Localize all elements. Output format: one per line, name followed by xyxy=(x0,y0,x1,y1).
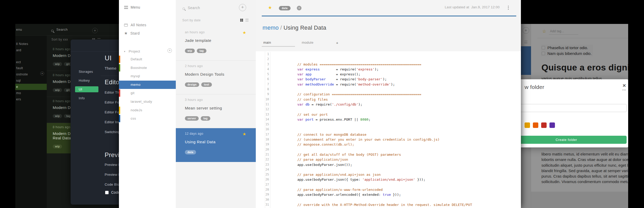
tab-module[interactable]: module xyxy=(302,41,313,44)
code-line: 19 // get all data/stuff of the body (PO… xyxy=(265,142,521,147)
menu-label[interactable]: enu xyxy=(16,28,22,31)
note-title: Jade template xyxy=(185,38,245,43)
folder-row[interactable]: css xyxy=(119,114,176,123)
dark-window-header: enu Search + xyxy=(15,24,119,36)
code-text: // mongoose.connect(db.url); xyxy=(273,132,354,137)
dark-sidebar: ll Notes ard ect + faultostnotesqlemoers… xyxy=(15,36,47,208)
folder-row[interactable]: mo xyxy=(15,90,47,96)
search-icon xyxy=(183,8,185,10)
add-tab-button[interactable]: + xyxy=(336,41,338,45)
folder-row[interactable]: ers xyxy=(15,96,47,102)
folder-row[interactable]: Boostnote xyxy=(119,64,176,72)
sidebar-item-all-notes[interactable]: All Notes xyxy=(124,23,146,27)
search-input[interactable]: Search xyxy=(56,28,68,31)
note-time: 2 hours ago xyxy=(185,64,245,68)
note-time: 12 days ago xyxy=(185,132,245,135)
create-folder-button[interactable]: Create folder xyxy=(521,136,627,144)
code-text: var db = require('./config/db'); xyxy=(273,92,362,97)
sidebar-item-starred[interactable]: ★ Stard xyxy=(124,31,140,36)
note-time: an hours ago xyxy=(185,30,245,34)
line-number: 9 xyxy=(265,92,270,97)
hamburger-icon xyxy=(124,6,128,9)
star-icon[interactable]: ★ xyxy=(243,30,246,35)
new-note-button[interactable]: + xyxy=(92,28,98,33)
folder-row[interactable]: laravel_study xyxy=(119,98,176,106)
settings-nav-item[interactable]: UI xyxy=(79,86,107,95)
grid-view-icon[interactable] xyxy=(240,19,243,22)
folder-row[interactable]: fault xyxy=(15,65,47,71)
folder-row[interactable]: mysql xyxy=(119,72,176,81)
code-text: var bodyParser = require('body-parser'); xyxy=(273,67,387,72)
code-text: // parse application/vnd.api+json as jso… xyxy=(273,162,381,167)
folder-row[interactable]: sql xyxy=(15,77,47,84)
more-options-icon[interactable] xyxy=(508,6,509,6)
tag-pill: tool xyxy=(201,82,212,87)
folder-row[interactable]: nodeJs xyxy=(119,106,176,115)
close-icon[interactable]: ✕ xyxy=(622,83,626,88)
tab-main[interactable]: main xyxy=(263,41,271,44)
sidebar-item-all-notes[interactable]: ll Notes xyxy=(16,42,28,46)
line-number: 17 xyxy=(265,132,270,137)
note-title: Mean server setting xyxy=(185,106,245,110)
editor-pane: ★ data + Last updated at Jan.9, 2017 12:… xyxy=(256,0,521,208)
line-number: 15 xyxy=(265,122,270,127)
folder-label: Boostnote xyxy=(131,66,147,70)
note-item[interactable]: 3 hours ago ★ Mean server setting server… xyxy=(176,94,256,128)
code-line: 30 app.use(methodOverride('X-HTTP-Method… xyxy=(265,197,521,202)
search-input[interactable]: Search xyxy=(188,6,200,10)
project-section[interactable]: ▼ Project xyxy=(124,49,140,53)
new-note-button[interactable]: + xyxy=(239,4,246,11)
tag-pill[interactable]: data xyxy=(279,6,291,10)
folder-row[interactable]: ostnote xyxy=(15,71,47,77)
settings-nav-item[interactable]: Storages xyxy=(79,69,107,77)
line-number: 7 xyxy=(265,82,270,87)
code-text: app.use(methodOverride('X-HTTP-Method-Ov… xyxy=(273,197,399,202)
note-title[interactable]: Using Real Data xyxy=(284,24,326,31)
sort-dropdown[interactable]: Sort by date xyxy=(182,18,201,22)
code-editor[interactable]: 1 // modules ===========================… xyxy=(265,51,521,208)
note-item[interactable]: an hours ago ★ Jade template wiptag xyxy=(176,27,256,61)
star-icon[interactable]: ★ xyxy=(268,5,272,10)
line-number: 16 xyxy=(265,127,270,132)
code-text: var methodOverride = require('method-ove… xyxy=(273,72,395,77)
color-swatch[interactable] xyxy=(549,122,555,128)
code-text: // override with the X-HTTP-Method-Overr… xyxy=(273,192,472,197)
code-text: // parse application/json xyxy=(273,147,348,152)
menu-button[interactable]: Menu xyxy=(124,5,140,9)
code-line: 7 // configuration =====================… xyxy=(265,82,521,87)
settings-nav-item[interactable]: Info xyxy=(79,95,107,104)
active-tab-underline xyxy=(262,46,295,47)
folder-row[interactable]: memo xyxy=(119,81,176,89)
tag-pill: tag xyxy=(197,49,206,53)
add-folder-button[interactable]: + xyxy=(167,48,172,53)
folder-name-input[interactable] xyxy=(521,104,627,112)
folder-row[interactable]: git xyxy=(119,89,176,98)
code-line: 11 // set our port xyxy=(265,102,521,107)
note-tags: wiptag xyxy=(185,48,245,53)
note-item[interactable]: 12 days ago ★ Using Real Data data xyxy=(176,128,256,162)
sidebar-item-starred[interactable]: ard xyxy=(16,48,21,52)
folder-label: css xyxy=(131,116,136,120)
folder-label: git xyxy=(131,91,135,95)
star-icon[interactable]: ★ xyxy=(243,132,246,136)
folder-row[interactable]: e xyxy=(15,84,47,90)
note-breadcrumb: memo/Using Real Data xyxy=(263,24,326,31)
settings-nav-item[interactable]: Hotkey xyxy=(79,77,107,86)
code-line: 4 var bodyParser = require('body-parser'… xyxy=(265,67,521,72)
add-tag-button[interactable]: + xyxy=(297,6,301,10)
color-swatch[interactable] xyxy=(541,122,547,128)
folder-row[interactable]: Default xyxy=(119,55,176,64)
search-icon xyxy=(51,30,53,32)
line-number: 12 xyxy=(265,107,270,112)
color-swatch[interactable] xyxy=(533,122,538,128)
tag-pill: wip xyxy=(53,62,62,66)
breadcrumb-folder[interactable]: memo xyxy=(263,24,279,31)
sort-label[interactable]: Sort by xxx xyxy=(51,38,68,41)
code-text xyxy=(273,187,301,192)
checkbox-icon[interactable] xyxy=(105,191,109,194)
dark-folder-list: faultostnotesqlemoers xyxy=(15,65,47,102)
note-item[interactable]: 2 hours ago ★ Modern Design Tools design… xyxy=(176,61,256,94)
create-folder-dialog: w folder ✕ esc Create folder xyxy=(521,79,628,147)
color-swatch[interactable] xyxy=(525,122,530,128)
list-view-icon[interactable] xyxy=(245,19,249,22)
